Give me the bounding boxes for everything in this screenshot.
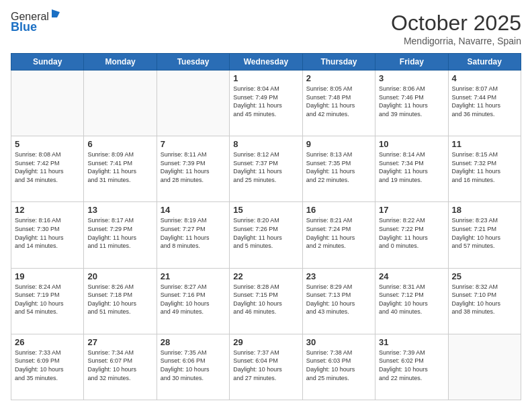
day-info: Sunrise: 8:08 AM Sunset: 7:42 PM Dayligh… [15,150,80,184]
calendar-cell: 10Sunrise: 8:14 AM Sunset: 7:34 PM Dayli… [375,136,448,202]
calendar-cell: 6Sunrise: 8:09 AM Sunset: 7:41 PM Daylig… [84,136,157,202]
day-number: 7 [161,139,226,149]
day-number: 1 [233,73,298,83]
weekday-header-saturday: Saturday [448,54,521,71]
day-number: 6 [87,139,152,149]
day-info: Sunrise: 7:33 AM Sunset: 6:09 PM Dayligh… [15,349,80,382]
day-number: 23 [306,271,371,281]
calendar-week-2: 5Sunrise: 8:08 AM Sunset: 7:42 PM Daylig… [11,136,521,202]
calendar-week-3: 12Sunrise: 8:16 AM Sunset: 7:30 PM Dayli… [11,202,521,268]
calendar-cell: 2Sunrise: 8:05 AM Sunset: 7:48 PM Daylig… [302,71,375,136]
day-number: 16 [306,205,371,215]
day-info: Sunrise: 8:06 AM Sunset: 7:46 PM Dayligh… [379,85,444,118]
calendar-cell: 4Sunrise: 8:07 AM Sunset: 7:44 PM Daylig… [448,71,521,136]
day-number: 14 [161,205,226,215]
day-number: 25 [452,271,517,281]
day-info: Sunrise: 8:32 AM Sunset: 7:10 PM Dayligh… [452,283,517,316]
svg-marker-0 [52,9,60,17]
calendar-cell: 27Sunrise: 7:34 AM Sunset: 6:07 PM Dayli… [84,334,157,400]
day-info: Sunrise: 8:05 AM Sunset: 7:48 PM Dayligh… [306,85,371,118]
day-info: Sunrise: 8:15 AM Sunset: 7:32 PM Dayligh… [452,150,517,184]
calendar-cell: 5Sunrise: 8:08 AM Sunset: 7:42 PM Daylig… [11,136,84,202]
calendar-cell: 17Sunrise: 8:22 AM Sunset: 7:22 PM Dayli… [375,202,448,268]
day-number: 12 [15,205,80,215]
day-info: Sunrise: 8:14 AM Sunset: 7:34 PM Dayligh… [379,150,444,184]
calendar-cell: 1Sunrise: 8:04 AM Sunset: 7:49 PM Daylig… [230,71,302,136]
day-info: Sunrise: 7:38 AM Sunset: 6:03 PM Dayligh… [306,349,371,382]
day-info: Sunrise: 8:17 AM Sunset: 7:29 PM Dayligh… [87,216,152,250]
day-info: Sunrise: 8:19 AM Sunset: 7:27 PM Dayligh… [161,216,226,250]
weekday-header-wednesday: Wednesday [230,54,302,71]
month-title: October 2025 [391,11,521,36]
calendar-cell: 20Sunrise: 8:26 AM Sunset: 7:18 PM Dayli… [84,268,157,334]
calendar-cell: 3Sunrise: 8:06 AM Sunset: 7:46 PM Daylig… [375,71,448,136]
calendar-cell: 30Sunrise: 7:38 AM Sunset: 6:03 PM Dayli… [302,334,375,400]
calendar-cell: 22Sunrise: 8:28 AM Sunset: 7:15 PM Dayli… [230,268,302,334]
weekday-header-friday: Friday [375,54,448,71]
location: Mendigorria, Navarre, Spain [391,36,521,46]
day-number: 10 [379,139,444,149]
day-number: 26 [15,337,80,347]
day-number: 27 [87,337,152,347]
day-info: Sunrise: 7:35 AM Sunset: 6:06 PM Dayligh… [161,349,226,382]
day-number: 19 [15,271,80,281]
day-number: 24 [379,271,444,281]
calendar-cell: 28Sunrise: 7:35 AM Sunset: 6:06 PM Dayli… [157,334,229,400]
day-number: 31 [379,337,444,347]
day-info: Sunrise: 8:11 AM Sunset: 7:39 PM Dayligh… [161,150,226,184]
weekday-header-monday: Monday [84,54,157,71]
calendar-cell [84,71,157,136]
day-number: 21 [161,271,226,281]
logo-blue-text: Blue [11,20,37,34]
day-info: Sunrise: 8:04 AM Sunset: 7:49 PM Dayligh… [233,85,298,118]
calendar-cell: 31Sunrise: 7:39 AM Sunset: 6:02 PM Dayli… [375,334,448,400]
day-info: Sunrise: 8:28 AM Sunset: 7:15 PM Dayligh… [233,283,298,316]
day-number: 8 [233,139,298,149]
calendar-cell: 25Sunrise: 8:32 AM Sunset: 7:10 PM Dayli… [448,268,521,334]
day-number: 29 [233,337,298,347]
weekday-header-row: SundayMondayTuesdayWednesdayThursdayFrid… [11,54,521,71]
day-number: 17 [379,205,444,215]
day-info: Sunrise: 8:22 AM Sunset: 7:22 PM Dayligh… [379,216,444,250]
day-number: 9 [306,139,371,149]
calendar-cell: 8Sunrise: 8:12 AM Sunset: 7:37 PM Daylig… [230,136,302,202]
calendar-week-5: 26Sunrise: 7:33 AM Sunset: 6:09 PM Dayli… [11,334,521,400]
calendar-cell: 21Sunrise: 8:27 AM Sunset: 7:16 PM Dayli… [157,268,229,334]
calendar-cell: 15Sunrise: 8:20 AM Sunset: 7:26 PM Dayli… [230,202,302,268]
day-info: Sunrise: 8:12 AM Sunset: 7:37 PM Dayligh… [233,150,298,184]
calendar-cell [157,71,229,136]
calendar-cell: 7Sunrise: 8:11 AM Sunset: 7:39 PM Daylig… [157,136,229,202]
calendar-cell: 11Sunrise: 8:15 AM Sunset: 7:32 PM Dayli… [448,136,521,202]
day-number: 13 [87,205,152,215]
day-info: Sunrise: 8:24 AM Sunset: 7:19 PM Dayligh… [15,283,80,316]
day-info: Sunrise: 8:20 AM Sunset: 7:26 PM Dayligh… [233,216,298,250]
header: General Blue October 2025 Mendigorria, N… [11,11,521,46]
calendar-cell: 29Sunrise: 7:37 AM Sunset: 6:04 PM Dayli… [230,334,302,400]
logo: General Blue [11,11,61,34]
day-number: 22 [233,271,298,281]
weekday-header-sunday: Sunday [11,54,84,71]
day-info: Sunrise: 8:16 AM Sunset: 7:30 PM Dayligh… [15,216,80,250]
calendar-cell [448,334,521,400]
day-info: Sunrise: 8:07 AM Sunset: 7:44 PM Dayligh… [452,85,517,118]
calendar-cell: 9Sunrise: 8:13 AM Sunset: 7:35 PM Daylig… [302,136,375,202]
calendar-cell: 16Sunrise: 8:21 AM Sunset: 7:24 PM Dayli… [302,202,375,268]
day-info: Sunrise: 8:13 AM Sunset: 7:35 PM Dayligh… [306,150,371,184]
calendar-table: SundayMondayTuesdayWednesdayThursdayFrid… [11,53,521,400]
weekday-header-tuesday: Tuesday [157,54,229,71]
day-info: Sunrise: 7:39 AM Sunset: 6:02 PM Dayligh… [379,349,444,382]
day-number: 11 [452,139,517,149]
day-number: 2 [306,73,371,83]
calendar-cell: 13Sunrise: 8:17 AM Sunset: 7:29 PM Dayli… [84,202,157,268]
calendar-cell: 18Sunrise: 8:23 AM Sunset: 7:21 PM Dayli… [448,202,521,268]
day-number: 15 [233,205,298,215]
calendar-cell: 26Sunrise: 7:33 AM Sunset: 6:09 PM Dayli… [11,334,84,400]
calendar-cell: 14Sunrise: 8:19 AM Sunset: 7:27 PM Dayli… [157,202,229,268]
day-info: Sunrise: 8:27 AM Sunset: 7:16 PM Dayligh… [161,283,226,316]
day-number: 28 [161,337,226,347]
page: General Blue October 2025 Mendigorria, N… [0,0,532,411]
calendar-cell [11,71,84,136]
title-section: October 2025 Mendigorria, Navarre, Spain [391,11,521,46]
day-info: Sunrise: 8:21 AM Sunset: 7:24 PM Dayligh… [306,216,371,250]
day-info: Sunrise: 7:34 AM Sunset: 6:07 PM Dayligh… [87,349,152,382]
